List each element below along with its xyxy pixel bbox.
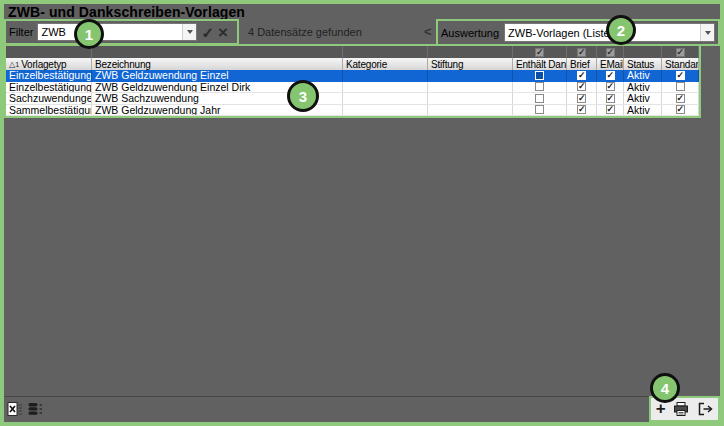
filter-standard-checkbox[interactable] [676, 48, 685, 57]
brief-checkbox[interactable] [577, 82, 586, 91]
cell-kategorie [343, 82, 428, 93]
filter-input[interactable]: ZWB [37, 23, 197, 41]
enthaelt-dank-checkbox[interactable] [535, 94, 544, 103]
email-checkbox[interactable] [606, 71, 615, 80]
exit-icon[interactable] [697, 401, 713, 417]
filter-value: ZWB [38, 26, 182, 38]
excel-export-icon[interactable] [7, 401, 23, 417]
brief-checkbox[interactable] [577, 94, 586, 103]
collapse-chevron-icon[interactable]: < [424, 24, 432, 39]
table-row[interactable]: Sachzuwendungen ZWB Sachzuwendung Aktiv [6, 93, 699, 105]
filter-enthaelt-dank-checkbox[interactable] [535, 48, 544, 57]
enthaelt-dank-checkbox[interactable] [535, 105, 544, 114]
dropdown-arrow-icon[interactable] [182, 24, 196, 40]
page-title: ZWB- und Dankschreiben-Vorlagen [8, 4, 245, 20]
dropdown-arrow-icon[interactable] [700, 24, 714, 41]
filter-bar: Filter ZWB ✓ × [4, 19, 239, 45]
email-checkbox[interactable] [606, 94, 615, 103]
clear-filter-icon[interactable]: × [218, 25, 228, 40]
add-icon[interactable]: + [656, 401, 666, 417]
cell-status: Aktiv [624, 105, 662, 116]
email-checkbox[interactable] [606, 82, 615, 91]
status-bar [4, 396, 720, 423]
column-header-stiftung[interactable]: Stiftung [428, 58, 513, 70]
brief-checkbox[interactable] [577, 105, 586, 114]
table-row[interactable]: Einzelbestätigungen ZWB Geldzuwendung Ei… [6, 70, 699, 82]
enthaelt-dank-checkbox[interactable] [535, 71, 544, 80]
auswertung-value: ZWB-Vorlagen (Liste) [505, 27, 700, 39]
cell-kategorie [343, 93, 428, 104]
table-row[interactable]: Einzelbestätigungen ZWB Geldzuwendung Ei… [6, 82, 699, 94]
standard-checkbox[interactable] [676, 105, 685, 114]
cell-vorlagetyp: Sammelbestätigungen [6, 105, 92, 116]
column-header-status[interactable]: Status [624, 58, 662, 70]
cell-vorlagetyp: Einzelbestätigungen [6, 82, 92, 93]
column-header-vorlagetyp[interactable]: △1 Vorlagetyp [6, 58, 92, 70]
cell-status: Aktiv [624, 82, 662, 93]
standard-checkbox[interactable] [676, 82, 685, 91]
table-header-row: △1 Vorlagetyp Bezeichnung Kategorie Stif… [6, 58, 699, 70]
result-count: 4 Datensätze gefunden [248, 26, 362, 38]
sort-ascending-icon: △1 [9, 60, 19, 69]
cell-stiftung [428, 70, 513, 81]
cell-kategorie [343, 70, 428, 81]
column-header-bezeichnung[interactable]: Bezeichnung [92, 58, 343, 70]
column-header-brief[interactable]: Brief [567, 58, 597, 70]
auswertung-bar: Auswertung ZWB-Vorlagen (Liste) [436, 19, 720, 46]
cell-kategorie [343, 105, 428, 116]
data-list-icon[interactable] [27, 401, 43, 417]
enthaelt-dank-checkbox[interactable] [535, 82, 544, 91]
table-body: Einzelbestätigungen ZWB Geldzuwendung Ei… [6, 70, 699, 116]
column-header-email[interactable]: EMail [597, 58, 624, 70]
column-header-enthaelt-dank[interactable]: Enthält Dank [513, 58, 567, 70]
cell-bezeichnung: ZWB Geldzuwendung Einzel [92, 70, 343, 81]
annotation-circle-2: 2 [606, 15, 636, 45]
annotation-circle-1: 1 [74, 19, 104, 49]
templates-table: △1 Vorlagetyp Bezeichnung Kategorie Stif… [4, 44, 701, 118]
print-icon[interactable] [673, 401, 689, 417]
cell-stiftung [428, 82, 513, 93]
auswertung-label: Auswertung [441, 27, 499, 39]
column-header-kategorie[interactable]: Kategorie [343, 58, 428, 70]
annotation-circle-4: 4 [650, 373, 680, 403]
apply-filter-icon[interactable]: ✓ [201, 25, 214, 40]
filter-label: Filter [9, 26, 33, 38]
cell-vorlagetyp: Sachzuwendungen [6, 93, 92, 104]
app-window: ZWB- und Dankschreiben-Vorlagen Filter Z… [0, 0, 724, 426]
email-checkbox[interactable] [606, 105, 615, 114]
cell-vorlagetyp: Einzelbestätigungen [6, 70, 92, 81]
filter-email-checkbox[interactable] [606, 48, 615, 57]
column-header-standard[interactable]: Standard [662, 58, 699, 70]
cell-stiftung [428, 93, 513, 104]
table-row[interactable]: Sammelbestätigungen ZWB Geldzuwendung Ja… [6, 105, 699, 117]
standard-checkbox[interactable] [676, 94, 685, 103]
cell-stiftung [428, 105, 513, 116]
annotation-circle-3: 3 [287, 80, 319, 112]
standard-checkbox[interactable] [676, 71, 685, 80]
table-group-row [6, 46, 699, 58]
brief-checkbox[interactable] [577, 71, 586, 80]
cell-status: Aktiv [624, 93, 662, 104]
filter-brief-checkbox[interactable] [577, 48, 586, 57]
cell-status: Aktiv [624, 70, 662, 81]
